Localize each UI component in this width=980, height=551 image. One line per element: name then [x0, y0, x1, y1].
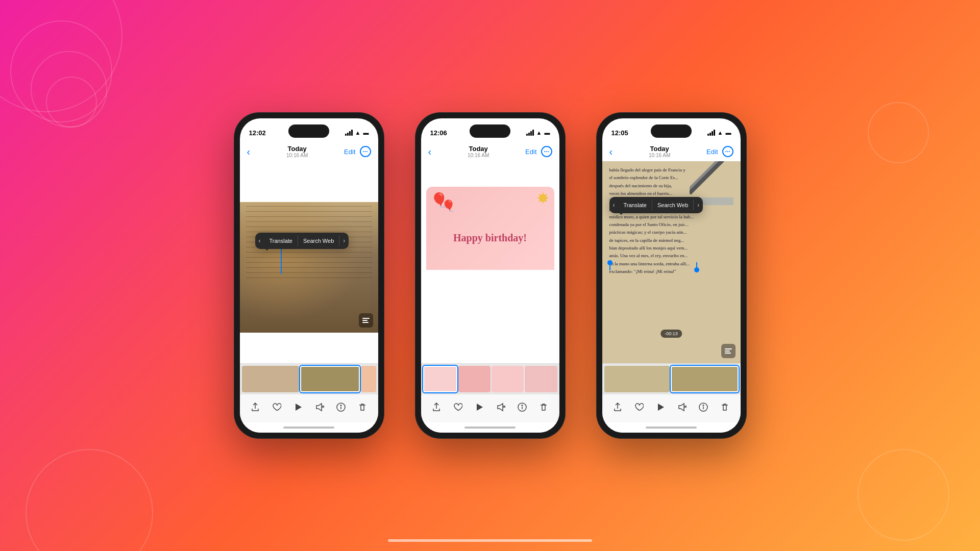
- home-indicator-1: [240, 422, 378, 433]
- pen-svg: [690, 161, 741, 202]
- content-area-3: había llegado del alegre país de Francia…: [602, 161, 741, 394]
- book-text-area-3: había llegado del alegre país de Francia…: [602, 161, 741, 363]
- svg-rect-21: [690, 161, 727, 195]
- toolbar-1: [240, 394, 378, 422]
- play-icon-3[interactable]: [656, 403, 665, 414]
- trash-icon-2[interactable]: [539, 403, 548, 414]
- filmstrip-thumb-3b[interactable]: [671, 366, 739, 392]
- heart-icon-3[interactable]: [634, 403, 644, 414]
- svg-marker-3: [296, 404, 302, 411]
- live-text-icon-1[interactable]: [359, 313, 373, 328]
- mute-icon-2[interactable]: [496, 403, 505, 414]
- svg-marker-4: [316, 404, 322, 411]
- info-icon-3[interactable]: [699, 403, 708, 414]
- book-line-9: de tapices, en la capilla de mármol neg.…: [609, 237, 733, 244]
- svg-rect-24: [725, 353, 731, 354]
- back-button-2[interactable]: ‹: [428, 146, 432, 158]
- white-below-card-2: [421, 270, 559, 363]
- battery-icon-3: ▬: [726, 130, 731, 136]
- translate-button-1[interactable]: Translate: [264, 235, 298, 246]
- back-button-1[interactable]: ‹: [247, 146, 251, 158]
- edit-button-3[interactable]: Edit: [706, 148, 718, 156]
- birthday-text-wrapper: Happy birthday!: [453, 232, 527, 244]
- nav-title-3: Today 10:16 AM: [649, 145, 670, 158]
- translate-button-3[interactable]: Translate: [619, 199, 652, 211]
- balloon-green: 🎈: [430, 192, 448, 209]
- nav-title-1: Today 10:16 AM: [286, 145, 308, 158]
- filmstrip-1: [240, 363, 378, 394]
- book-line-6: médico moro, a quien por tal servicio la…: [609, 213, 733, 221]
- filmstrip-thumb-1c[interactable]: [361, 366, 376, 392]
- share-icon-3[interactable]: [613, 403, 622, 414]
- status-icons-1: ▲ ▬: [345, 130, 369, 136]
- nav-actions-3: Edit ···: [706, 146, 733, 157]
- search-web-button-1[interactable]: Search Web: [298, 235, 339, 246]
- white-bottom-1: [240, 333, 378, 363]
- share-icon-1[interactable]: [251, 403, 260, 414]
- cursor-top-left-3: [607, 260, 612, 265]
- text-cursor-left-3: [609, 262, 610, 270]
- trash-icon-3[interactable]: [720, 403, 729, 414]
- svg-point-19: [522, 405, 523, 406]
- filmstrip-thumb-2d[interactable]: [525, 366, 557, 392]
- text-cursor-right-3: [696, 262, 697, 270]
- bottom-bar: [388, 539, 592, 542]
- dynamic-island-1: [288, 124, 329, 138]
- book-line-13: exclamando: "¡Mi reina! ¡Mi reina!": [609, 268, 733, 276]
- filmstrip-thumb-2c[interactable]: [492, 366, 524, 392]
- birthday-card: 🎈 🎈 ✸: [426, 187, 554, 270]
- dynamic-island-3: [651, 124, 692, 138]
- svg-marker-14: [498, 404, 503, 411]
- heart-icon-1[interactable]: [272, 403, 281, 414]
- phone-2-screen: 12:06 ▲ ▬ ‹ Today 10:16 AM: [421, 118, 559, 433]
- phone-3: 12:05 ▲ ▬ ‹ Today 10:16 AM: [596, 112, 747, 439]
- content-area-1: ‹ Translate Search Web ›: [240, 161, 378, 394]
- book-line-7: condenada ya por el Santo Oficio, en jui…: [609, 221, 733, 229]
- signal-1: [345, 130, 353, 136]
- filmstrip-thumb-1a[interactable]: [242, 366, 300, 392]
- more-button-3[interactable]: ···: [722, 146, 733, 157]
- book-line-11: atrás. Una vez al mes, el rey, envuelto …: [609, 252, 733, 260]
- heart-icon-2[interactable]: [453, 403, 462, 414]
- menu-right-arrow-1[interactable]: ›: [339, 235, 349, 247]
- wifi-icon-1: ▲: [355, 130, 361, 136]
- home-bar-2: [464, 427, 516, 429]
- trash-icon-1[interactable]: [358, 403, 367, 414]
- filmstrip-thumb-2b[interactable]: [458, 366, 491, 392]
- filmstrip-thumb-1b[interactable]: [300, 366, 360, 392]
- menu-left-arrow-1[interactable]: ‹: [255, 235, 264, 247]
- starburst: ✸: [536, 189, 549, 207]
- phone-1: 12:02 ▲ ▬ ‹ Today 10:16 AM: [234, 112, 384, 439]
- play-icon-2[interactable]: [475, 403, 484, 414]
- toolbar-3: [602, 394, 741, 422]
- share-icon-2[interactable]: [432, 403, 441, 414]
- signal-2: [526, 130, 534, 136]
- back-button-3[interactable]: ‹: [609, 146, 613, 158]
- svg-marker-25: [658, 404, 664, 411]
- time-3: 12:05: [611, 129, 628, 137]
- info-icon-1[interactable]: [336, 403, 346, 414]
- search-web-button-3[interactable]: Search Web: [652, 199, 694, 211]
- edit-button-1[interactable]: Edit: [344, 148, 355, 156]
- menu-right-arrow-3[interactable]: ›: [694, 199, 703, 211]
- info-icon-2[interactable]: [518, 403, 527, 414]
- svg-rect-2: [362, 322, 369, 323]
- translate-menu-3: ‹ Translate Search Web ›: [609, 197, 703, 213]
- mute-icon-3[interactable]: [677, 403, 687, 414]
- wifi-icon-2: ▲: [536, 130, 542, 136]
- menu-left-arrow-3[interactable]: ‹: [609, 199, 619, 211]
- more-button-1[interactable]: ···: [360, 146, 371, 157]
- timer-badge-3: -00:13: [660, 330, 682, 338]
- edit-button-2[interactable]: Edit: [525, 148, 536, 156]
- mute-icon-1[interactable]: [315, 403, 324, 414]
- live-text-icon-3[interactable]: [721, 344, 736, 358]
- filmstrip-thumb-2a[interactable]: [423, 366, 457, 392]
- svg-rect-23: [725, 350, 730, 352]
- status-icons-2: ▲ ▬: [526, 130, 550, 136]
- filmstrip-thumb-3a[interactable]: [604, 366, 670, 392]
- birthday-decorations: 🎈 🎈 ✸: [426, 187, 554, 270]
- play-icon-1[interactable]: [293, 403, 303, 414]
- battery-icon-2: ▬: [545, 130, 550, 136]
- more-button-2[interactable]: ···: [541, 146, 552, 157]
- book-image-1: ‹ Translate Search Web ›: [240, 202, 378, 333]
